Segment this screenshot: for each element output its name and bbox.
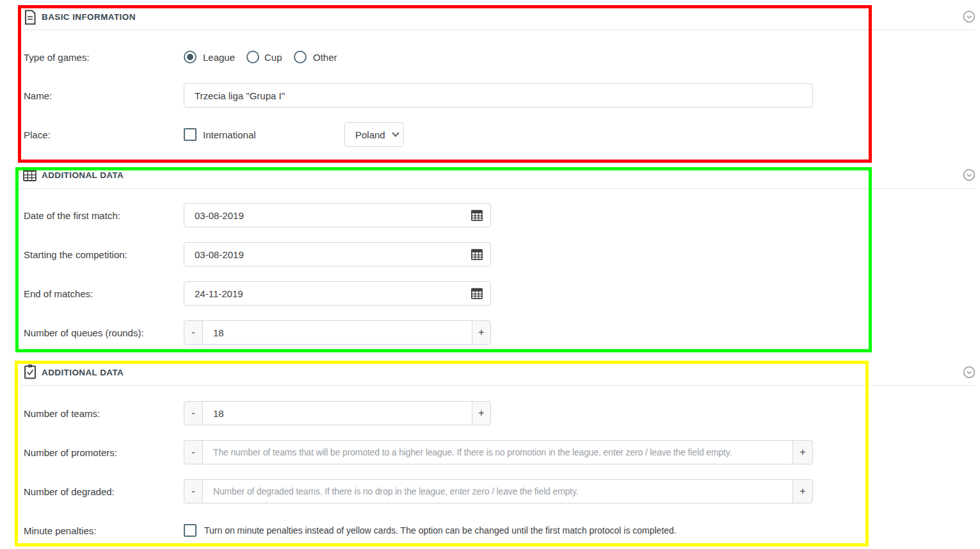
end-of-matches-input[interactable] bbox=[195, 288, 471, 299]
radio-league[interactable] bbox=[184, 51, 197, 63]
section-title-additional-data-numbers: ADDITIONAL DATA bbox=[42, 368, 124, 377]
place-label: Place: bbox=[24, 129, 51, 140]
clipboard-check-icon bbox=[24, 364, 36, 379]
minute-penalties-checkbox[interactable] bbox=[184, 524, 197, 537]
promoters-input[interactable] bbox=[213, 447, 785, 457]
starting-competition-field[interactable] bbox=[184, 242, 491, 266]
chevron-down-icon bbox=[392, 132, 399, 137]
section-divider bbox=[19, 29, 974, 30]
minus-icon: - bbox=[191, 407, 195, 419]
queues-decrement-button[interactable]: - bbox=[184, 320, 203, 345]
date-first-match-field[interactable] bbox=[184, 203, 491, 227]
section-divider bbox=[19, 188, 974, 189]
country-dropdown[interactable]: Poland bbox=[344, 122, 404, 147]
radio-cup-label[interactable]: Cup bbox=[264, 52, 282, 63]
section-title-additional-data-dates: ADDITIONAL DATA bbox=[42, 170, 124, 180]
starting-competition-label: Starting the competition: bbox=[24, 249, 127, 260]
chevron-down-circle-icon bbox=[963, 366, 976, 379]
country-dropdown-value: Poland bbox=[355, 129, 385, 140]
international-checkbox[interactable] bbox=[184, 128, 197, 141]
number-of-promoters-label: Number of promoters: bbox=[24, 447, 117, 458]
chevron-down-circle-icon bbox=[963, 168, 976, 181]
calendar-icon[interactable] bbox=[471, 209, 483, 221]
collapse-section-basic-button[interactable] bbox=[963, 10, 976, 23]
teams-field-wrapper bbox=[203, 401, 472, 425]
plus-icon: + bbox=[478, 407, 484, 419]
queues-field-wrapper bbox=[203, 320, 472, 345]
degraded-input[interactable] bbox=[213, 486, 785, 496]
radio-dot bbox=[187, 54, 193, 60]
date-first-match-input[interactable] bbox=[195, 210, 471, 221]
minute-penalties-label: Minute penalties: bbox=[24, 525, 96, 536]
type-of-games-label: Type of games: bbox=[24, 52, 90, 63]
minus-icon: - bbox=[191, 447, 195, 458]
plus-icon: + bbox=[799, 486, 805, 497]
plus-icon: + bbox=[478, 327, 484, 338]
teams-decrement-button[interactable]: - bbox=[184, 401, 203, 425]
degraded-decrement-button[interactable]: - bbox=[184, 479, 203, 504]
name-label: Name: bbox=[24, 90, 52, 101]
radio-cup[interactable] bbox=[246, 51, 259, 63]
plus-icon: + bbox=[799, 447, 805, 458]
number-of-queues-label: Number of queues (rounds): bbox=[24, 327, 144, 338]
collapse-section-numbers-button[interactable] bbox=[963, 366, 976, 379]
minute-penalties-description[interactable]: Turn on minute penalties instead of yell… bbox=[204, 525, 677, 536]
minus-icon: - bbox=[191, 327, 195, 338]
minus-icon: - bbox=[191, 486, 195, 497]
section-title-basic-information: BASIC INFORMATION bbox=[42, 12, 136, 22]
competition-settings-page: BASIC INFORMATION Type of games: League … bbox=[0, 0, 980, 549]
degraded-increment-button[interactable]: + bbox=[792, 479, 813, 504]
calendar-icon[interactable] bbox=[471, 288, 483, 299]
calendar-icon[interactable] bbox=[471, 249, 483, 260]
name-input[interactable] bbox=[195, 90, 805, 101]
chevron-down-circle-icon bbox=[963, 10, 976, 23]
teams-input[interactable] bbox=[213, 408, 464, 419]
end-of-matches-field[interactable] bbox=[184, 281, 491, 306]
number-of-teams-label: Number of teams: bbox=[24, 408, 100, 419]
number-of-degraded-label: Number of degraded: bbox=[24, 486, 115, 497]
name-field-wrapper bbox=[184, 83, 813, 108]
promoters-increment-button[interactable]: + bbox=[792, 440, 813, 464]
degraded-field-wrapper bbox=[203, 479, 792, 504]
promoters-field-wrapper bbox=[203, 440, 792, 464]
teams-increment-button[interactable]: + bbox=[472, 401, 491, 425]
radio-other[interactable] bbox=[294, 51, 307, 63]
radio-other-label[interactable]: Other bbox=[313, 52, 337, 63]
promoters-decrement-button[interactable]: - bbox=[184, 440, 203, 464]
date-first-match-label: Date of the first match: bbox=[24, 210, 120, 221]
section-divider bbox=[19, 385, 974, 386]
queues-input[interactable] bbox=[213, 327, 464, 338]
queues-increment-button[interactable]: + bbox=[472, 320, 491, 345]
radio-league-label[interactable]: League bbox=[203, 52, 235, 63]
collapse-section-dates-button[interactable] bbox=[963, 168, 976, 181]
end-of-matches-label: End of matches: bbox=[24, 288, 93, 299]
calendar-table-icon bbox=[23, 168, 36, 181]
starting-competition-input[interactable] bbox=[195, 249, 471, 260]
document-icon bbox=[24, 10, 36, 25]
international-checkbox-label[interactable]: International bbox=[203, 129, 256, 140]
